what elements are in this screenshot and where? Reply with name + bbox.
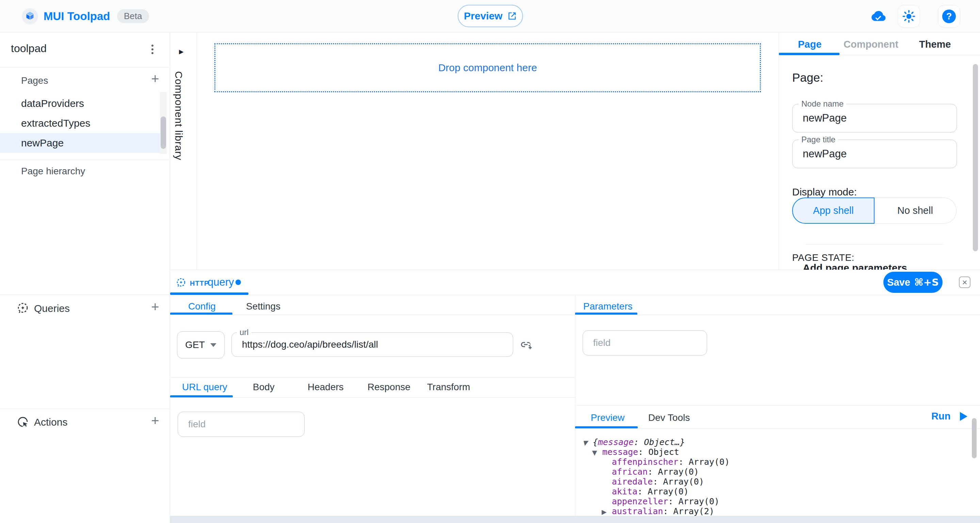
expand-panel-icon: ▸ [179, 46, 184, 57]
bottom-scrollbar-track[interactable] [170, 516, 980, 523]
tree-value: : Object [638, 447, 679, 457]
page-title-label: Page title [799, 135, 838, 144]
add-query-button[interactable]: + [148, 300, 162, 314]
chevron-down-icon [210, 343, 216, 347]
tree-line[interactable]: ▶australian: Array(2) [575, 506, 966, 516]
no-shell-label: No shell [897, 205, 933, 216]
save-button[interactable]: Save ⌘+S [883, 272, 943, 293]
pages-scrollbar-thumb[interactable] [161, 116, 166, 149]
tree-value: : Array(0) [637, 486, 689, 496]
tree-line[interactable]: ▼message: Object [575, 447, 966, 457]
display-mode-option-no-shell[interactable]: No shell [874, 198, 956, 224]
tree-expander-icon[interactable]: ▶ [601, 507, 612, 516]
method-select[interactable]: GET [177, 331, 224, 359]
tab-theme[interactable]: Theme [919, 39, 951, 50]
close-icon: × [962, 278, 967, 287]
run-play-icon [960, 412, 967, 421]
query-editor-tab[interactable]: HTTP query [170, 270, 248, 295]
inspector-heading: Page: [792, 71, 823, 85]
drop-zone[interactable]: Drop component here [215, 43, 761, 92]
preview-scrollbar-thumb[interactable] [972, 418, 977, 458]
tree-expander-spacer [601, 467, 612, 477]
theme-toggle-button[interactable] [898, 5, 920, 27]
project-name: toolpad [11, 42, 47, 55]
sidebar-page-item[interactable]: extractedTypes [0, 113, 160, 133]
tree-brace: { [593, 437, 598, 447]
pages-list: dataProvidersextractedTypesnewPage [0, 94, 170, 155]
close-query-editor-button[interactable]: × [959, 276, 970, 288]
app-header: MUI Toolpad Beta Preview ? [0, 0, 980, 33]
tree-expander-icon[interactable]: ▼ [592, 448, 602, 458]
queries-icon [16, 302, 29, 315]
tree-expander-spacer [601, 458, 612, 467]
query-tab-name: query [208, 276, 234, 289]
tree-value: : Array(0) [648, 467, 699, 477]
add-link-icon[interactable] [520, 338, 532, 351]
save-button-label: Save [887, 277, 910, 288]
tab-settings[interactable]: Settings [246, 301, 280, 312]
component-library-label: Component library [173, 71, 185, 160]
tree-expander-icon[interactable]: ▼ [582, 438, 593, 448]
tab-headers[interactable]: Headers [308, 382, 344, 392]
tree-value: : Object…} [633, 437, 685, 447]
tree-expander-spacer [601, 477, 612, 487]
tab-page[interactable]: Page [798, 39, 821, 50]
tree-line: affenpinscher: Array(0) [575, 457, 966, 467]
tab-preview[interactable]: Preview [591, 412, 625, 423]
tree-line[interactable]: ▼{message: Object…} [575, 437, 966, 447]
query-preview-tree: ▼{message: Object…}▼message: Object affe… [575, 432, 966, 516]
method-value: GET [185, 340, 205, 350]
preview-button-label: Preview [464, 10, 502, 22]
tree-value: : Array(2) [663, 506, 714, 516]
parameters-field-input[interactable] [582, 330, 707, 356]
url-input[interactable] [231, 332, 513, 357]
light-mode-icon [902, 10, 916, 23]
app-title: MUI Toolpad [43, 10, 110, 23]
display-mode-label: Display mode: [792, 186, 857, 198]
app-shell-label: App shell [813, 205, 853, 216]
mui-toolpad-app: MUI Toolpad Beta Preview ? [0, 0, 980, 523]
run-button[interactable]: Run [931, 411, 967, 422]
tree-key: akita [612, 486, 637, 496]
tree-value: : Array(0) [653, 477, 704, 486]
component-library-toggle[interactable]: ▸ Component library [170, 33, 197, 269]
inspector-panel: Page Component Theme Page: Node name Pag… [778, 33, 980, 269]
tab-response[interactable]: Response [368, 382, 410, 392]
tab-body[interactable]: Body [253, 382, 275, 392]
url-query-field-input[interactable] [178, 411, 305, 437]
preview-button[interactable]: Preview [458, 5, 523, 27]
tree-key: airedale [612, 477, 653, 486]
tab-transform[interactable]: Transform [427, 382, 470, 392]
tab-dev-tools[interactable]: Dev Tools [648, 412, 690, 423]
drop-zone-hint: Drop component here [438, 62, 537, 73]
display-mode-option-app-shell[interactable]: App shell [792, 198, 875, 224]
pages-section-label: Pages [21, 75, 48, 86]
add-page-parameters-button[interactable]: Add page parameters [803, 262, 907, 269]
tree-key: message [598, 437, 633, 447]
sidebar-page-item[interactable]: newPage [0, 133, 160, 153]
tree-key: affenpinscher [612, 457, 679, 467]
add-page-button[interactable]: + [148, 72, 162, 86]
tree-line: african: Array(0) [575, 467, 966, 477]
project-menu-button[interactable] [146, 43, 159, 58]
tab-url-query[interactable]: URL query [182, 382, 227, 392]
add-action-button[interactable]: + [148, 414, 162, 428]
toolpad-logo[interactable] [22, 8, 38, 24]
http-query-icon [176, 277, 186, 288]
toolpad-logo-icon [24, 11, 35, 22]
tree-value: : Array(0) [679, 457, 730, 467]
sidebar-page-item[interactable]: dataProviders [0, 94, 160, 113]
save-shortcut: ⌘+S [914, 276, 939, 288]
tab-config[interactable]: Config [188, 301, 216, 312]
help-button[interactable]: ? [938, 5, 960, 27]
tab-component[interactable]: Component [843, 39, 898, 50]
queries-section-label: Queries [34, 303, 70, 314]
help-icon: ? [942, 10, 956, 23]
tab-parameters[interactable]: Parameters [583, 301, 633, 312]
tree-key: message [602, 447, 638, 457]
inspector-scrollbar-thumb[interactable] [973, 64, 978, 251]
tree-line: akita: Array(0) [575, 486, 966, 496]
run-button-label: Run [931, 411, 950, 422]
display-mode-toggle: App shell No shell [792, 198, 956, 224]
tree-expander-spacer [601, 497, 612, 507]
